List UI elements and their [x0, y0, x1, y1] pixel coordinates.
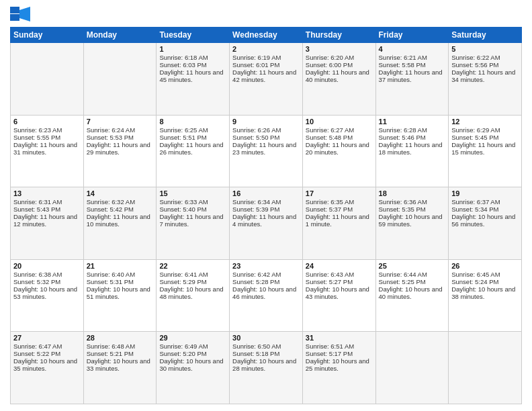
daylight-text: Daylight: 11 hours and 29 minutes.	[87, 141, 154, 156]
calendar-cell: 28Sunrise: 6:48 AMSunset: 5:21 PMDayligh…	[83, 332, 157, 404]
calendar-cell: 1Sunrise: 6:18 AMSunset: 6:03 PMDaylight…	[157, 43, 230, 116]
sunset-text: Sunset: 5:48 PM	[306, 134, 373, 141]
sunset-text: Sunset: 5:39 PM	[232, 205, 300, 213]
sunset-text: Sunset: 5:42 PM	[87, 205, 154, 213]
sunrise-text: Sunrise: 6:42 AM	[232, 271, 300, 278]
day-number: 8	[159, 118, 226, 126]
calendar-header-row: SundayMondayTuesdayWednesdayThursdayFrid…	[11, 28, 522, 43]
daylight-text: Daylight: 10 hours and 28 minutes.	[232, 357, 300, 372]
logo-icon	[10, 7, 30, 21]
svg-rect-0	[10, 7, 19, 13]
sunset-text: Sunset: 6:03 PM	[159, 61, 226, 68]
header	[10, 7, 522, 21]
sunset-text: Sunset: 5:46 PM	[379, 134, 446, 141]
day-number: 25	[379, 262, 446, 270]
weekday-header-thursday: Thursday	[302, 28, 375, 43]
sunrise-text: Sunrise: 6:36 AM	[379, 198, 446, 205]
sunrise-text: Sunrise: 6:28 AM	[379, 126, 446, 134]
calendar-cell: 19Sunrise: 6:37 AMSunset: 5:34 PMDayligh…	[449, 187, 522, 260]
day-number: 11	[379, 118, 446, 126]
sunrise-text: Sunrise: 6:23 AM	[13, 126, 81, 134]
daylight-text: Daylight: 10 hours and 56 minutes.	[451, 213, 519, 228]
calendar-cell: 6Sunrise: 6:23 AMSunset: 5:55 PMDaylight…	[11, 115, 84, 187]
day-number: 13	[13, 189, 81, 197]
sunset-text: Sunset: 5:45 PM	[451, 134, 519, 141]
daylight-text: Daylight: 10 hours and 30 minutes.	[159, 357, 226, 372]
daylight-text: Daylight: 11 hours and 45 minutes.	[159, 68, 226, 83]
weekday-header-sunday: Sunday	[11, 28, 84, 43]
sunrise-text: Sunrise: 6:27 AM	[306, 126, 373, 134]
calendar-cell: 31Sunrise: 6:51 AMSunset: 5:17 PMDayligh…	[302, 332, 375, 404]
day-number: 26	[451, 262, 519, 270]
day-number: 12	[451, 118, 519, 126]
sunrise-text: Sunrise: 6:22 AM	[451, 54, 519, 61]
daylight-text: Daylight: 11 hours and 15 minutes.	[451, 141, 519, 156]
sunrise-text: Sunrise: 6:29 AM	[451, 126, 519, 134]
calendar-table: SundayMondayTuesdayWednesdayThursdayFrid…	[10, 27, 522, 404]
sunrise-text: Sunrise: 6:31 AM	[13, 198, 81, 205]
day-number: 22	[159, 262, 226, 270]
daylight-text: Daylight: 11 hours and 12 minutes.	[13, 213, 81, 228]
sunset-text: Sunset: 5:55 PM	[13, 134, 81, 141]
calendar-cell: 27Sunrise: 6:47 AMSunset: 5:22 PMDayligh…	[11, 332, 84, 404]
calendar-week-row: 1Sunrise: 6:18 AMSunset: 6:03 PMDaylight…	[11, 43, 522, 116]
daylight-text: Daylight: 11 hours and 31 minutes.	[13, 141, 81, 156]
day-number: 4	[379, 45, 446, 53]
sunset-text: Sunset: 5:31 PM	[87, 278, 154, 285]
day-number: 7	[87, 118, 154, 126]
weekday-header-saturday: Saturday	[449, 28, 522, 43]
daylight-text: Daylight: 10 hours and 25 minutes.	[306, 357, 373, 372]
day-number: 14	[87, 189, 154, 197]
daylight-text: Daylight: 11 hours and 10 minutes.	[87, 213, 154, 228]
calendar-cell: 8Sunrise: 6:25 AMSunset: 5:51 PMDaylight…	[157, 115, 230, 187]
sunrise-text: Sunrise: 6:47 AM	[13, 342, 81, 350]
daylight-text: Daylight: 10 hours and 40 minutes.	[379, 285, 446, 300]
sunrise-text: Sunrise: 6:35 AM	[306, 198, 373, 205]
daylight-text: Daylight: 10 hours and 33 minutes.	[87, 357, 154, 372]
sunrise-text: Sunrise: 6:21 AM	[379, 54, 446, 61]
calendar-week-row: 27Sunrise: 6:47 AMSunset: 5:22 PMDayligh…	[11, 332, 522, 404]
day-number: 29	[159, 334, 226, 342]
svg-marker-2	[19, 7, 30, 21]
calendar-cell: 7Sunrise: 6:24 AMSunset: 5:53 PMDaylight…	[83, 115, 157, 187]
daylight-text: Daylight: 11 hours and 26 minutes.	[159, 141, 226, 156]
daylight-text: Daylight: 10 hours and 35 minutes.	[13, 357, 81, 372]
daylight-text: Daylight: 11 hours and 40 minutes.	[306, 68, 373, 83]
sunset-text: Sunset: 5:17 PM	[306, 350, 373, 357]
day-number: 21	[87, 262, 154, 270]
sunset-text: Sunset: 5:21 PM	[87, 350, 154, 357]
sunrise-text: Sunrise: 6:33 AM	[159, 198, 226, 205]
day-number: 27	[13, 334, 81, 342]
day-number: 30	[232, 334, 300, 342]
weekday-header-monday: Monday	[83, 28, 157, 43]
daylight-text: Daylight: 10 hours and 46 minutes.	[232, 285, 300, 300]
day-number: 2	[232, 45, 300, 53]
sunrise-text: Sunrise: 6:34 AM	[232, 198, 300, 205]
sunset-text: Sunset: 5:28 PM	[232, 278, 300, 285]
day-number: 9	[232, 118, 300, 126]
calendar-cell: 16Sunrise: 6:34 AMSunset: 5:39 PMDayligh…	[230, 187, 303, 260]
daylight-text: Daylight: 11 hours and 18 minutes.	[379, 141, 446, 156]
sunrise-text: Sunrise: 6:49 AM	[159, 342, 226, 350]
sunrise-text: Sunrise: 6:43 AM	[306, 271, 373, 278]
day-number: 3	[306, 45, 373, 53]
sunrise-text: Sunrise: 6:48 AM	[87, 342, 154, 350]
sunset-text: Sunset: 5:40 PM	[159, 205, 226, 213]
weekday-header-tuesday: Tuesday	[157, 28, 230, 43]
day-number: 31	[306, 334, 373, 342]
sunset-text: Sunset: 5:43 PM	[13, 205, 81, 213]
calendar-cell: 30Sunrise: 6:50 AMSunset: 5:18 PMDayligh…	[230, 332, 303, 404]
calendar-cell: 11Sunrise: 6:28 AMSunset: 5:46 PMDayligh…	[375, 115, 449, 187]
sunset-text: Sunset: 5:24 PM	[451, 278, 519, 285]
sunset-text: Sunset: 5:18 PM	[232, 350, 300, 357]
sunrise-text: Sunrise: 6:18 AM	[159, 54, 226, 61]
weekday-header-wednesday: Wednesday	[230, 28, 303, 43]
daylight-text: Daylight: 11 hours and 7 minutes.	[159, 213, 226, 228]
sunset-text: Sunset: 5:56 PM	[451, 61, 519, 68]
sunrise-text: Sunrise: 6:24 AM	[87, 126, 154, 134]
daylight-text: Daylight: 10 hours and 43 minutes.	[306, 285, 373, 300]
sunset-text: Sunset: 6:01 PM	[232, 61, 300, 68]
daylight-text: Daylight: 11 hours and 1 minute.	[306, 213, 373, 228]
calendar-cell: 13Sunrise: 6:31 AMSunset: 5:43 PMDayligh…	[11, 187, 84, 260]
day-number: 15	[159, 189, 226, 197]
